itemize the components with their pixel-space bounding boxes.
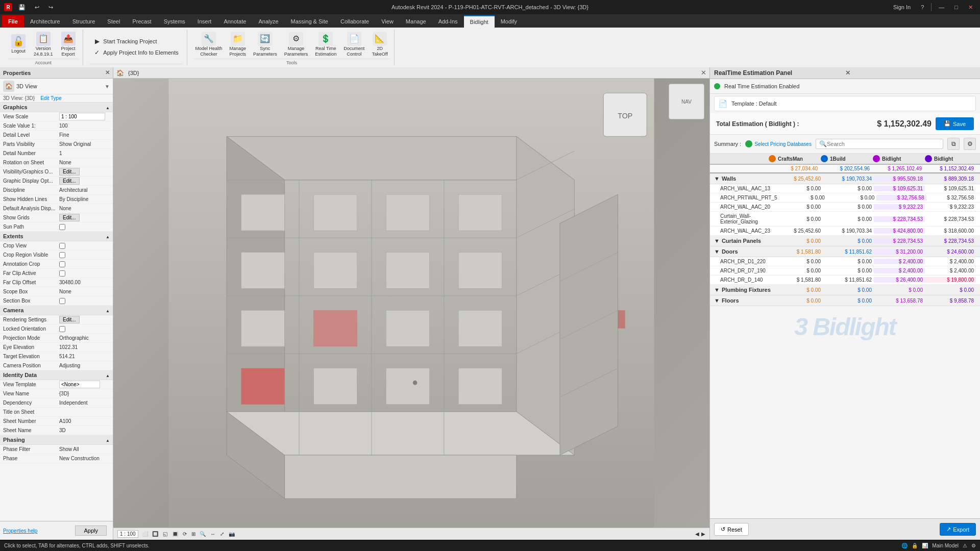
start-tracking-btn[interactable]: ▶ Start Tracking Project (91, 36, 180, 46)
search-container: 🔍 (816, 139, 943, 149)
properties-close-btn[interactable]: ✕ (105, 69, 110, 76)
version-btn[interactable]: 📋 Version24.8.19.1 (32, 31, 55, 58)
tab-addins[interactable]: Add-Ins (432, 15, 464, 28)
tab-insert[interactable]: Insert (191, 15, 218, 28)
view-type-dropdown[interactable]: ▼ (105, 84, 110, 89)
vp-tool-8[interactable]: ↔ (209, 531, 217, 537)
search-input[interactable] (827, 141, 940, 147)
viewport-canvas[interactable]: TOP NAV (113, 79, 709, 528)
extents-section-header[interactable]: Extents (0, 232, 113, 241)
aac23-bidlight1: $ 424,800.00 (874, 228, 925, 234)
manage-params-btn[interactable]: ⚙ ManageParameters (282, 31, 310, 58)
manage-projects-btn[interactable]: 📁 ManageProjects (228, 31, 249, 58)
save-button[interactable]: 💾 Save (936, 117, 974, 130)
walls-category-row[interactable]: ▼ Walls $ 25,452.60 $ 190,703.34 $ 995,5… (710, 173, 980, 184)
vp-tool-1[interactable]: ⬜ (140, 531, 150, 537)
vp-tool-2[interactable]: 🔲 (151, 531, 160, 537)
camera-section-header[interactable]: Camera (0, 306, 113, 315)
tab-architecture[interactable]: Architecture (24, 15, 66, 28)
viewport-close-btn[interactable]: ✕ (701, 69, 706, 77)
tab-view[interactable]: View (375, 15, 400, 28)
locked-orientation-checkbox[interactable] (59, 326, 65, 332)
vp-tool-9[interactable]: ⤢ (218, 531, 226, 537)
takeoff-btn[interactable]: 📐 2DTakeOff (370, 31, 390, 58)
tab-systems[interactable]: Systems (158, 15, 191, 28)
estimation-close-btn[interactable]: ✕ (845, 69, 976, 77)
select-pricing-btn[interactable]: Select Pricing Databases (745, 140, 812, 147)
svg-rect-29 (313, 368, 357, 405)
tab-file[interactable]: File (2, 15, 24, 28)
vp-tool-5[interactable]: ⟳ (181, 531, 188, 537)
settings-tool-btn[interactable]: ⚙ (964, 138, 976, 150)
annotation-crop-checkbox[interactable] (59, 261, 65, 267)
doc-control-btn[interactable]: 📄 DocumentControl (341, 31, 366, 58)
vp-tool-6[interactable]: ⊞ (190, 531, 197, 537)
identity-section-header[interactable]: Identity Data (0, 370, 113, 380)
view-scale-input[interactable] (59, 113, 105, 120)
maximize-btn[interactable]: □ (951, 3, 961, 11)
quick-access-save[interactable]: 💾 (15, 3, 29, 12)
vp-tool-7[interactable]: 🔍 (198, 531, 207, 537)
graphics-section-content: View Scale Scale Value 1: 100 Detail Lev… (0, 112, 113, 232)
floors-category-name: ▼ Floors (714, 297, 772, 304)
plumbing-category-row[interactable]: ▼ Plumbing Fixtures $ 0.00 $ 0.00 $ 0.00… (710, 285, 980, 295)
visibility-graphics-btn[interactable]: Edit... (59, 168, 80, 176)
graphics-section-header[interactable]: Graphics (0, 103, 113, 112)
tab-steel[interactable]: Steel (101, 15, 126, 28)
vp-tool-4[interactable]: 🔳 (170, 531, 180, 537)
curtain-panels-category-row[interactable]: ▼ Curtain Panels $ 0.00 $ 0.00 $ 228,734… (710, 236, 980, 246)
apply-project-info-btn[interactable]: ✓ Apply Project Info to Elements (91, 47, 180, 58)
svg-point-44 (413, 381, 418, 385)
model-health-btn[interactable]: 🔧 Model HealthChecker (193, 31, 225, 58)
view-template-input[interactable] (59, 381, 100, 388)
navigation-cube[interactable]: NAV (669, 84, 704, 119)
vp-tool-10[interactable]: 📷 (227, 531, 236, 537)
prtwal-bidlight2: $ 32,756.58 (926, 195, 976, 201)
tab-modify[interactable]: Modify (495, 15, 523, 28)
tab-precast[interactable]: Precast (126, 15, 157, 28)
show-grids-btn[interactable]: Edit... (59, 214, 80, 221)
col-craftsman-header: CraftsMan (769, 155, 820, 162)
reset-button[interactable]: ↺ Reset (714, 523, 749, 536)
quick-access-undo[interactable]: ↩ (32, 3, 42, 12)
close-btn[interactable]: ✕ (965, 3, 976, 12)
prop-rotation-sheet: Rotation on Sheet None (0, 158, 113, 167)
scroll-left-btn[interactable]: ◀ (695, 531, 699, 537)
minimize-btn[interactable]: — (936, 3, 947, 11)
section-box-checkbox[interactable] (59, 298, 65, 304)
sync-params-btn[interactable]: 🔄 SyncParameters (251, 31, 279, 58)
status-settings-icon[interactable]: ⚙ (971, 543, 976, 548)
far-clip-active-checkbox[interactable] (59, 270, 65, 277)
quick-access-redo[interactable]: ↪ (45, 3, 56, 12)
help-btn[interactable]: ? (918, 3, 927, 11)
tab-structure[interactable]: Structure (66, 15, 102, 28)
door-item-d7190: ARCH_DR_D7_190 $ 0.00 $ 0.00 $ 2,400.00 … (710, 266, 980, 276)
crop-region-visible-checkbox[interactable] (59, 252, 65, 258)
tab-manage[interactable]: Manage (400, 15, 432, 28)
vp-tool-3[interactable]: ◱ (161, 531, 169, 537)
sun-path-checkbox[interactable] (59, 224, 65, 230)
export-button[interactable]: ↗ Export (940, 523, 976, 536)
edit-type-btn[interactable]: Edit Type (40, 95, 62, 101)
doors-category-row[interactable]: ▼ Doors $ 1,581.80 $ 11,851.62 $ 31,200.… (710, 246, 980, 257)
rendering-settings-btn[interactable]: Edit... (59, 316, 80, 323)
sign-in-btn[interactable]: Sign In (890, 3, 914, 11)
apply-button[interactable]: Apply (75, 525, 107, 536)
phasing-section-header[interactable]: Phasing (0, 435, 113, 445)
properties-help-link[interactable]: Properties help (3, 528, 37, 534)
graphics-section: Graphics View Scale Scale Value 1: 100 D… (0, 103, 113, 232)
crop-view-checkbox[interactable] (59, 243, 65, 249)
tab-massing[interactable]: Massing & Site (285, 15, 334, 28)
project-export-btn[interactable]: 📤 ProjectExport (58, 31, 79, 58)
d7190-1build: $ 0.00 (823, 268, 874, 273)
floors-category-row[interactable]: ▼ Floors $ 0.00 $ 0.00 $ 13,658.78 $ 9,8… (710, 295, 980, 306)
tab-analyze[interactable]: Analyze (252, 15, 284, 28)
tab-bidlight[interactable]: Bidlight (464, 15, 495, 28)
graphic-display-btn[interactable]: Edit... (59, 177, 80, 185)
tab-collaborate[interactable]: Collaborate (334, 15, 375, 28)
tab-annotate[interactable]: Annotate (217, 15, 252, 28)
copy-tool-btn[interactable]: ⧉ (947, 138, 960, 150)
scroll-right-btn[interactable]: ▶ (701, 531, 705, 537)
logout-btn[interactable]: 🔓 Logout (8, 33, 29, 55)
realtime-est-btn[interactable]: 💲 Real TimeEstimation (313, 31, 338, 58)
